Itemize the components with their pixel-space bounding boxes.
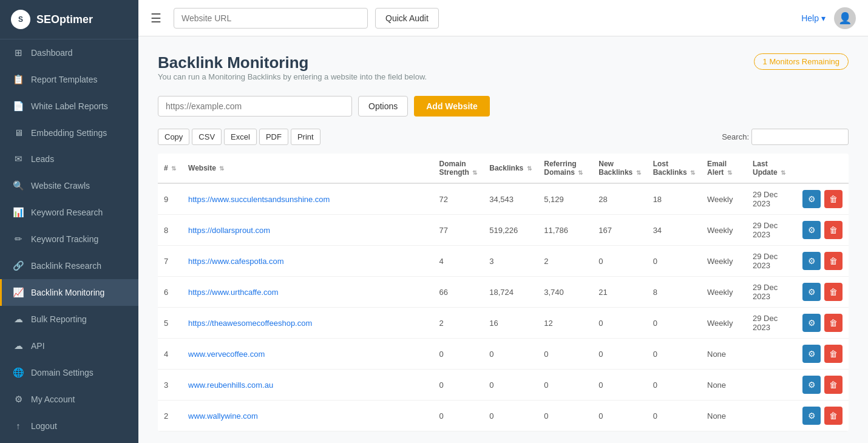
cell-email-alert: Weekly [701,246,747,277]
delete-button[interactable]: 🗑 [824,345,843,363]
settings-button[interactable]: ⚙ [802,345,821,363]
sidebar-item-website-crawls[interactable]: 🔍 Website Crawls [0,172,138,199]
table-row: 4 www.vervecoffee.com 0 0 0 0 0 None ⚙ 🗑 [158,339,849,370]
logout-icon: ↑ [13,421,24,431]
page-title-group: Backlink Monitoring You can run a Monito… [158,53,427,92]
sidebar-item-label: Website Crawls [31,181,90,191]
delete-button[interactable]: 🗑 [824,376,843,394]
sidebar-item-white-label-reports[interactable]: 📄 White Label Reports [0,93,138,120]
copy-button[interactable]: Copy [158,129,189,145]
sidebar-item-domain-settings[interactable]: 🌐 Domain Settings [0,359,138,386]
leads-icon: ✉ [13,154,24,164]
search-label: Search: [722,132,749,141]
delete-button[interactable]: 🗑 [824,283,843,301]
sidebar-item-report-templates[interactable]: 📋 Report Templates [0,66,138,93]
col-last-update[interactable]: LastUpdate ⇅ [747,154,795,183]
cell-num: 7 [158,246,182,277]
cell-new-backlinks: 0 [592,401,646,431]
website-url-input[interactable] [158,96,352,117]
col-backlinks[interactable]: Backlinks ⇅ [483,154,538,183]
settings-button[interactable]: ⚙ [802,407,821,425]
sidebar-item-leads[interactable]: ✉ Leads [0,146,138,172]
sidebar-item-backlink-monitoring[interactable]: 📈 Backlink Monitoring [0,279,138,306]
table-header-row: # ⇅ Website ⇅ DomainStrength ⇅ Backlinks… [158,154,849,183]
cell-email-alert: Weekly [701,215,747,246]
cell-num: 6 [158,277,182,308]
cell-backlinks: 0 [483,339,538,370]
website-link[interactable]: www.wallywine.com [188,411,258,421]
cell-backlinks: 18,724 [483,277,538,308]
cell-backlinks: 16 [483,308,538,339]
pdf-button[interactable]: PDF [259,129,288,145]
website-link[interactable]: https://www.cafespotla.com [188,257,284,266]
sidebar-item-embedding-settings[interactable]: 🖥 Embedding Settings [0,120,138,146]
website-link[interactable]: https://www.succulentsandsunshine.com [188,195,330,204]
sidebar-item-dashboard[interactable]: ⊞ Dashboard [0,39,138,66]
website-link[interactable]: https://dollarsprout.com [188,226,270,235]
website-link[interactable]: https://www.urthcaffe.com [188,288,279,297]
sidebar-item-bulk-reporting[interactable]: ☁ Bulk Reporting [0,306,138,333]
delete-button[interactable]: 🗑 [824,221,843,239]
settings-button[interactable]: ⚙ [802,252,821,270]
settings-button[interactable]: ⚙ [802,314,821,332]
settings-button[interactable]: ⚙ [802,190,821,208]
delete-button[interactable]: 🗑 [824,407,843,425]
csv-button[interactable]: CSV [192,129,222,145]
cell-lost-backlinks: 18 [647,183,701,215]
quick-audit-button[interactable]: Quick Audit [375,8,439,29]
cell-last-update: 29 Dec 2023 [747,215,795,246]
cell-domain-strength: 72 [433,183,484,215]
sidebar-item-label: My Account [31,394,75,404]
keyword-tracking-icon: ✏ [13,234,24,245]
delete-button[interactable]: 🗑 [824,190,843,208]
settings-button[interactable]: ⚙ [802,221,821,239]
sidebar-item-keyword-tracking[interactable]: ✏ Keyword Tracking [0,226,138,252]
sidebar-item-label: Keyword Research [31,208,103,217]
col-new-backlinks[interactable]: NewBacklinks ⇅ [592,154,646,183]
print-button[interactable]: Print [291,129,320,145]
settings-button[interactable]: ⚙ [802,283,821,301]
excel-button[interactable]: Excel [224,129,257,145]
col-num[interactable]: # ⇅ [158,154,182,183]
sidebar-item-keyword-research[interactable]: 📊 Keyword Research [0,199,138,226]
cell-referring-domains: 3,740 [538,277,592,308]
table-row: 9 https://www.succulentsandsunshine.com … [158,183,849,215]
sidebar-item-api[interactable]: ☁ API [0,333,138,359]
col-lost-backlinks[interactable]: LostBacklinks ⇅ [647,154,701,183]
cell-referring-domains: 0 [538,339,592,370]
col-domain-strength[interactable]: DomainStrength ⇅ [433,154,484,183]
col-website[interactable]: Website ⇅ [182,154,433,183]
col-referring-domains[interactable]: ReferringDomains ⇅ [538,154,592,183]
help-button[interactable]: Help ▾ [801,13,826,23]
cell-website: https://dollarsprout.com [182,215,433,246]
sidebar-item-label: Report Templates [31,75,97,84]
cell-new-backlinks: 28 [592,183,646,215]
options-button[interactable]: Options [358,96,408,117]
cell-domain-strength: 66 [433,277,484,308]
website-link[interactable]: www.vervecoffee.com [188,350,265,359]
table-row: 7 https://www.cafespotla.com 4 3 2 0 0 W… [158,246,849,277]
sidebar-item-backlink-research[interactable]: 🔗 Backlink Research [0,252,138,279]
delete-button[interactable]: 🗑 [824,314,843,332]
search-input[interactable] [751,129,849,145]
cell-new-backlinks: 0 [592,246,646,277]
cell-referring-domains: 0 [538,370,592,401]
avatar-icon[interactable]: 👤 [834,7,856,29]
logo-text: SEOptimer [36,13,93,26]
col-email-alert[interactable]: EmailAlert ⇅ [701,154,747,183]
add-website-button[interactable]: Add Website [414,96,490,117]
sidebar: S SEOptimer ⊞ Dashboard 📋 Report Templat… [0,0,138,443]
sidebar-item-my-account[interactable]: ⚙ My Account [0,386,138,413]
cell-email-alert: Weekly [701,308,747,339]
delete-button[interactable]: 🗑 [824,252,843,270]
cell-lost-backlinks: 8 [647,277,701,308]
website-link[interactable]: https://theawesomecoffeeshop.com [188,319,312,328]
settings-button[interactable]: ⚙ [802,376,821,394]
website-link[interactable]: www.reubenhills.com.au [188,380,273,390]
sidebar-item-logout[interactable]: ↑ Logout [0,413,138,439]
url-input[interactable] [174,8,368,29]
hamburger-icon[interactable]: ☰ [151,11,161,25]
sidebar-item-label: White Label Reports [31,101,108,111]
main-panel: ☰ Quick Audit Help ▾ 👤 Backlink Monitori… [138,0,868,443]
cell-num: 3 [158,370,182,401]
